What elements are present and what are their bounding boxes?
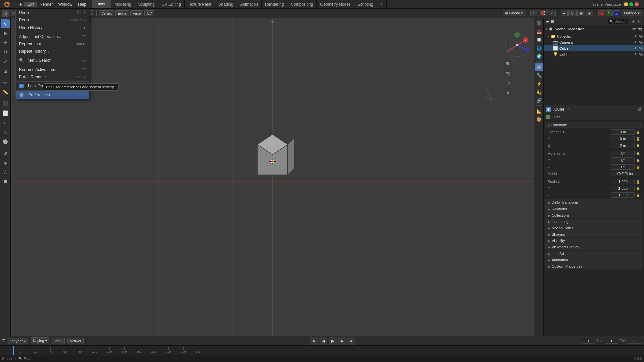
end-frame-input[interactable]: 250	[627, 338, 642, 344]
output-props-icon[interactable]: 📤	[535, 27, 543, 35]
location-x-lock[interactable]: 🔒	[636, 130, 640, 134]
outliner-filter-btn[interactable]: ⊙	[631, 19, 636, 24]
sidebar-annotate-tool[interactable]: ✏	[1, 78, 10, 87]
scale-z-lock[interactable]: 🔒	[636, 193, 640, 197]
instancing-header[interactable]: ▶ Instancing	[545, 219, 643, 225]
shading-solid-btn[interactable]: ●	[561, 10, 568, 16]
camera-eye-icon[interactable]: 👁	[634, 41, 638, 44]
object-props-icon[interactable]: ▣	[535, 63, 543, 71]
tab-compositing[interactable]: Compositing	[287, 0, 317, 8]
sidebar-extra-2[interactable]: ◈	[1, 158, 10, 167]
light-render-icon[interactable]: 📷	[639, 53, 643, 56]
modifier-props-icon[interactable]: 🔧	[535, 71, 543, 79]
tab-uv-editing[interactable]: UV Editing	[158, 0, 185, 8]
outliner-cube[interactable]: ⬜ Cube 👁 📷	[544, 45, 644, 51]
outliner-camera[interactable]: 📷 Camera 👁 📷	[544, 39, 644, 45]
particles-props-icon[interactable]: ⚡	[535, 80, 543, 88]
pivot-btn[interactable]: ⊙	[530, 10, 538, 16]
tab-sculpting[interactable]: Sculpting	[135, 0, 158, 8]
blender-logo[interactable]	[2, 1, 12, 7]
scale-x-value[interactable]: 1.000	[611, 179, 635, 184]
sidebar-transform-tool[interactable]: ⊞	[1, 66, 10, 75]
outliner-search[interactable]: 🔍 Search	[608, 19, 628, 24]
play-btn[interactable]: ▶	[329, 337, 337, 345]
minimize-button[interactable]	[624, 2, 628, 6]
outliner-sync-btn[interactable]: ↻	[637, 19, 642, 24]
visibility-eye-icon[interactable]: 👁	[632, 27, 636, 31]
outliner-menu-icon[interactable]: ☰	[546, 19, 550, 24]
visibility-header[interactable]: ▶ Visibility	[545, 238, 643, 244]
timeline-area[interactable]: 1 20 40 60 80 100	[0, 345, 644, 355]
scene-props-icon[interactable]: 🌐	[535, 44, 543, 52]
jump-start-btn[interactable]: ⏮	[310, 337, 318, 345]
shading-material-btn[interactable]: ◈	[586, 10, 593, 16]
tab-layout[interactable]: Layout	[92, 0, 111, 8]
shading-rendered-btn[interactable]: ◉	[577, 10, 585, 16]
relations-header[interactable]: ▶ Relations	[545, 206, 643, 212]
menu-search[interactable]: 🔍Menu Search... F3	[16, 57, 89, 64]
zoom-to-fit-btn[interactable]: 🔍	[504, 60, 512, 69]
prev-frame-btn[interactable]: ◀	[319, 337, 327, 345]
sidebar-extra-1[interactable]: ⊕	[1, 149, 10, 157]
options-btn[interactable]: Options ▾	[622, 10, 642, 16]
object-lock-icon[interactable]	[637, 107, 642, 112]
rotation-y-lock[interactable]: 🔒	[636, 159, 640, 162]
tab-texture-paint[interactable]: Texture Paint	[185, 0, 215, 8]
menu-rename-active[interactable]: Rename Active Item... F2	[16, 66, 89, 73]
sidebar-add-cylinder-tool[interactable]: ⬜	[1, 109, 10, 118]
object-name-edit-icon[interactable]: ✎	[567, 107, 570, 112]
location-y-value[interactable]: 0 m	[611, 136, 635, 141]
location-y-lock[interactable]: 🔒	[636, 137, 640, 141]
viewport-overlay-btn[interactable]: ⬡	[504, 79, 512, 87]
world-props-icon[interactable]: 🌍	[535, 52, 543, 60]
menu-lock-object-modes[interactable]: ✓ Lock Object Modes	[16, 82, 89, 90]
material-props-icon[interactable]: 🎨	[535, 115, 543, 123]
tab-geometry-nodes[interactable]: Geometry Nodes	[317, 0, 354, 8]
viewport-gizmo-btn[interactable]: ⊞	[504, 88, 512, 97]
view-layer-props-icon[interactable]: 🔲	[535, 36, 543, 44]
menu-batch-rename[interactable]: Batch Rename... Ctrl F2	[16, 73, 89, 81]
playback-menu[interactable]: ☰	[2, 338, 5, 343]
mode-icon[interactable]	[2, 10, 9, 17]
menu-file[interactable]: File	[13, 2, 24, 7]
x-axis-btn[interactable]: X	[598, 10, 605, 16]
shading-header[interactable]: ▶ Shading	[545, 231, 643, 237]
location-z-value[interactable]: 0 m	[611, 143, 635, 148]
face-btn[interactable]: Face	[130, 10, 143, 16]
menu-repeat-history[interactable]: Repeat History...	[16, 48, 89, 55]
animation-header[interactable]: ▶ Animation	[545, 257, 643, 263]
tab-modeling[interactable]: Modeling	[111, 0, 135, 8]
collection-eye-icon[interactable]: 👁	[634, 35, 638, 38]
cube-eye-icon[interactable]: 👁	[634, 47, 638, 50]
viewport-display-header[interactable]: ▶ Viewport Display	[545, 244, 643, 250]
menu-undo-history[interactable]: Undo History	[16, 24, 89, 31]
outliner-light[interactable]: 💡 Light 👁 📷	[544, 51, 644, 57]
rotation-y-value[interactable]: 0°	[611, 157, 635, 163]
rotation-z-lock[interactable]: 🔒	[636, 165, 640, 169]
menu-help[interactable]: Help	[75, 2, 89, 7]
sidebar-add-cube-tool[interactable]: ⬛	[1, 99, 10, 108]
scale-z-value[interactable]: 1.000	[611, 192, 635, 198]
sidebar-add-sphere-tool[interactable]: ○	[1, 118, 10, 127]
delta-transform-header[interactable]: ▶ Delta Transform	[545, 199, 643, 206]
marker-btn[interactable]: Marker	[67, 338, 84, 344]
rotation-x-value[interactable]: 0°	[611, 151, 635, 156]
motion-paths-header[interactable]: ▶ Motion Paths	[545, 225, 643, 231]
close-button[interactable]	[635, 2, 639, 6]
sidebar-add-cone-tool[interactable]: △	[1, 128, 10, 136]
location-z-lock[interactable]: 🔒	[636, 144, 640, 147]
camera-render-icon[interactable]: 📷	[639, 41, 643, 44]
scale-y-value[interactable]: 1.000	[611, 186, 635, 191]
sidebar-extra-3[interactable]: ⬡	[1, 168, 10, 176]
playback-btn[interactable]: Playback	[8, 338, 28, 344]
render-toggle-icon[interactable]: 📷	[637, 27, 642, 31]
render-props-icon[interactable]: 🎬	[535, 19, 543, 27]
keying-btn[interactable]: Keying ▾	[31, 337, 50, 344]
edge-btn[interactable]: Edge	[115, 10, 129, 16]
status-search[interactable]: 🔍 Search	[18, 357, 35, 361]
data-props-icon[interactable]: 📐	[535, 107, 543, 115]
global-btn[interactable]: ⊕ Global ▾	[503, 10, 525, 16]
y-axis-btn[interactable]: Y	[606, 10, 613, 16]
proportional-btn[interactable]: ○	[549, 10, 556, 16]
nav-gizmo[interactable]: X Y Z	[504, 32, 531, 58]
